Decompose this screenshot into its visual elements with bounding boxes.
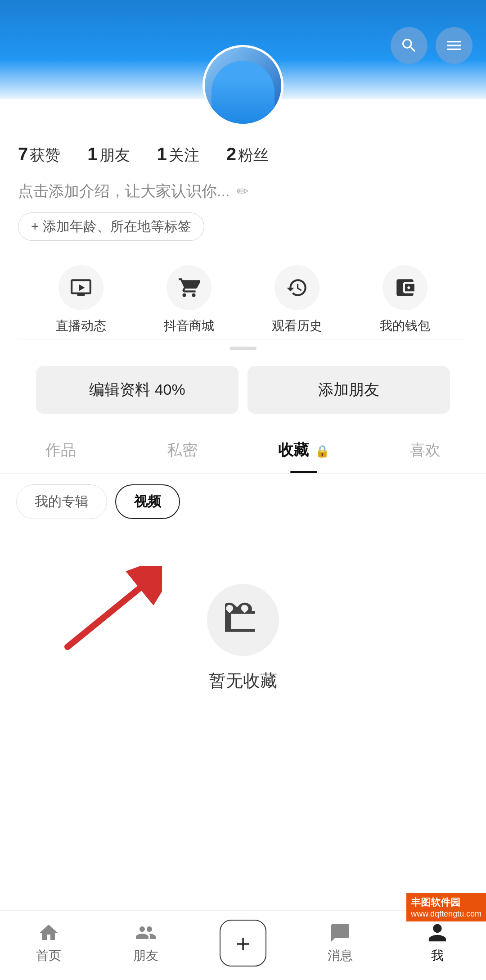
avatar (202, 45, 284, 126)
friends-label: 朋友 (99, 145, 130, 166)
empty-state: 暂无收藏 (0, 530, 486, 728)
nav-friends-label: 朋友 (133, 947, 158, 964)
nav-me-label: 我 (431, 947, 444, 964)
likes-count: 7 (18, 144, 28, 164)
plus-icon: ＋ (231, 927, 255, 959)
following-label: 关注 (169, 145, 199, 166)
empty-icon (207, 584, 279, 656)
nav-home-label: 首页 (36, 947, 61, 964)
svg-line-1 (68, 588, 140, 647)
home-icon (38, 922, 59, 944)
content-tabs: 作品 私密 收藏 🔒 喜欢 (0, 427, 486, 474)
tab-works[interactable]: 作品 (0, 427, 122, 473)
live-label: 直播动态 (56, 317, 106, 334)
quick-action-history[interactable]: 观看历史 (249, 265, 344, 334)
me-icon (427, 922, 448, 944)
tab-private[interactable]: 私密 (122, 427, 243, 473)
stat-friends[interactable]: 1 朋友 (87, 144, 130, 166)
edit-profile-button[interactable]: 编辑资料 40% (36, 366, 238, 414)
action-buttons-row: 编辑资料 40% 添加朋友 (18, 357, 468, 423)
add-tags-button[interactable]: + 添加年龄、所在地等标签 (18, 212, 204, 241)
search-icon (400, 36, 418, 54)
nav-messages[interactable]: 消息 (292, 922, 389, 964)
nav-me[interactable]: 我 (389, 922, 486, 964)
likes-label: 获赞 (30, 145, 60, 166)
bio-edit-icon: ✏ (237, 183, 249, 200)
menu-icon (445, 36, 463, 54)
friends-count: 1 (87, 144, 97, 164)
stat-followers[interactable]: 2 粉丝 (226, 144, 269, 166)
wallet-icon (382, 265, 428, 310)
followers-count: 2 (226, 144, 236, 164)
watermark: 丰图软件园 www.dqftengtu.com (406, 893, 486, 921)
lock-icon: 🔒 (315, 444, 329, 458)
nav-plus[interactable]: ＋ (194, 920, 292, 966)
shop-label: 抖音商城 (164, 317, 214, 334)
nav-friends[interactable]: 朋友 (97, 922, 194, 964)
menu-button[interactable] (436, 27, 472, 64)
stat-following[interactable]: 1 关注 (157, 144, 199, 166)
nav-home[interactable]: 首页 (0, 922, 97, 964)
shop-icon (166, 265, 212, 310)
header-background (0, 0, 486, 99)
bio-text: 点击添加介绍，让大家认识你... (18, 181, 230, 202)
add-friend-button[interactable]: 添加朋友 (248, 366, 450, 414)
followers-label: 粉丝 (238, 145, 269, 166)
search-button[interactable] (391, 27, 428, 64)
friends-icon (135, 922, 157, 944)
sub-tab-album[interactable]: 我的专辑 (16, 484, 107, 519)
empty-label: 暂无收藏 (209, 669, 277, 692)
header-icons (391, 27, 472, 64)
live-icon (58, 265, 104, 310)
sub-tabs-row: 我的专辑 视频 (0, 474, 486, 530)
nav-messages-label: 消息 (328, 947, 353, 964)
quick-actions-row: 直播动态 抖音商城 观看历史 我的钱包 (18, 252, 468, 339)
wallet-label: 我的钱包 (380, 317, 430, 334)
stat-likes[interactable]: 7 获赞 (18, 144, 60, 166)
messages-icon (329, 922, 351, 944)
profile-section: 7 获赞 1 朋友 1 关注 2 粉丝 点击添加介绍，让大家认识你... ✏ +… (0, 99, 486, 423)
plus-button[interactable]: ＋ (220, 920, 266, 966)
scroll-indicator (230, 347, 256, 350)
quick-action-live[interactable]: 直播动态 (33, 265, 128, 334)
following-count: 1 (157, 144, 167, 164)
tab-likes[interactable]: 喜欢 (364, 427, 486, 473)
tab-favorites[interactable]: 收藏 🔒 (243, 427, 364, 473)
sub-tab-video[interactable]: 视频 (115, 484, 180, 519)
arrow-annotation (54, 566, 162, 656)
bio-row[interactable]: 点击添加介绍，让大家认识你... ✏ (18, 176, 468, 206)
quick-action-wallet[interactable]: 我的钱包 (357, 265, 452, 334)
history-icon (274, 265, 320, 310)
stats-row: 7 获赞 1 朋友 1 关注 2 粉丝 (18, 135, 468, 176)
history-label: 观看历史 (272, 317, 322, 334)
quick-action-shop[interactable]: 抖音商城 (141, 265, 236, 334)
